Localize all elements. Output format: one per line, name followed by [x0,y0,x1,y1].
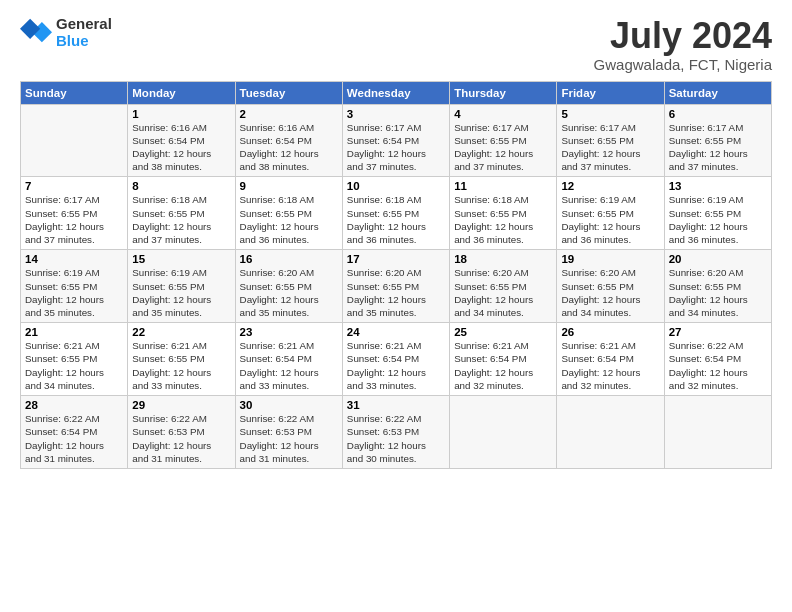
sunrise-label: Sunrise: 6:21 AM [454,340,529,351]
sunrise-label: Sunrise: 6:20 AM [347,267,422,278]
cell-info: Sunrise: 6:18 AMSunset: 6:55 PMDaylight:… [347,193,445,246]
day-number: 15 [132,253,230,265]
calendar-cell: 30Sunrise: 6:22 AMSunset: 6:53 PMDayligh… [235,396,342,469]
sunrise-label: Sunrise: 6:22 AM [132,413,207,424]
calendar-cell: 16Sunrise: 6:20 AMSunset: 6:55 PMDayligh… [235,250,342,323]
daylight-label: Daylight: 12 hours [240,367,319,378]
day-number: 26 [561,326,659,338]
sunset-label: Sunset: 6:55 PM [454,135,526,146]
sunrise-label: Sunrise: 6:20 AM [669,267,744,278]
daylight-label: Daylight: 12 hours [132,367,211,378]
day-number: 8 [132,180,230,192]
calendar-cell: 17Sunrise: 6:20 AMSunset: 6:55 PMDayligh… [342,250,449,323]
cell-info: Sunrise: 6:22 AMSunset: 6:53 PMDaylight:… [132,412,230,465]
col-header-sunday: Sunday [21,81,128,104]
cell-info: Sunrise: 6:17 AMSunset: 6:54 PMDaylight:… [347,121,445,174]
sunrise-label: Sunrise: 6:17 AM [454,122,529,133]
main-title: July 2024 [594,16,772,56]
sunrise-label: Sunrise: 6:20 AM [240,267,315,278]
day-number: 1 [132,108,230,120]
daylight-label: Daylight: 12 hours [347,440,426,451]
daylight-minutes: and 34 minutes. [561,307,631,318]
calendar-cell: 1Sunrise: 6:16 AMSunset: 6:54 PMDaylight… [128,104,235,177]
sunrise-label: Sunrise: 6:22 AM [240,413,315,424]
cell-info: Sunrise: 6:18 AMSunset: 6:55 PMDaylight:… [454,193,552,246]
daylight-label: Daylight: 12 hours [347,367,426,378]
calendar-cell: 20Sunrise: 6:20 AMSunset: 6:55 PMDayligh… [664,250,771,323]
daylight-minutes: and 36 minutes. [240,234,310,245]
cell-info: Sunrise: 6:20 AMSunset: 6:55 PMDaylight:… [561,266,659,319]
daylight-label: Daylight: 12 hours [669,294,748,305]
daylight-label: Daylight: 12 hours [454,221,533,232]
col-header-monday: Monday [128,81,235,104]
sunset-label: Sunset: 6:55 PM [454,281,526,292]
day-number: 19 [561,253,659,265]
week-row-4: 21Sunrise: 6:21 AMSunset: 6:55 PMDayligh… [21,323,772,396]
sunrise-label: Sunrise: 6:17 AM [347,122,422,133]
daylight-label: Daylight: 12 hours [240,294,319,305]
sunset-label: Sunset: 6:54 PM [240,353,312,364]
daylight-minutes: and 33 minutes. [347,380,417,391]
daylight-label: Daylight: 12 hours [561,221,640,232]
sunset-label: Sunset: 6:55 PM [669,208,741,219]
sunset-label: Sunset: 6:54 PM [347,135,419,146]
calendar-cell: 15Sunrise: 6:19 AMSunset: 6:55 PMDayligh… [128,250,235,323]
sunrise-label: Sunrise: 6:22 AM [347,413,422,424]
day-number: 24 [347,326,445,338]
sunrise-label: Sunrise: 6:21 AM [347,340,422,351]
week-row-5: 28Sunrise: 6:22 AMSunset: 6:54 PMDayligh… [21,396,772,469]
day-number: 31 [347,399,445,411]
day-number: 28 [25,399,123,411]
calendar-cell: 18Sunrise: 6:20 AMSunset: 6:55 PMDayligh… [450,250,557,323]
calendar-cell [21,104,128,177]
sunrise-label: Sunrise: 6:18 AM [240,194,315,205]
cell-info: Sunrise: 6:17 AMSunset: 6:55 PMDaylight:… [454,121,552,174]
daylight-label: Daylight: 12 hours [454,148,533,159]
sunrise-label: Sunrise: 6:19 AM [669,194,744,205]
daylight-minutes: and 34 minutes. [669,307,739,318]
day-number: 23 [240,326,338,338]
day-number: 9 [240,180,338,192]
sunrise-label: Sunrise: 6:17 AM [561,122,636,133]
sunrise-label: Sunrise: 6:16 AM [240,122,315,133]
week-row-1: 1Sunrise: 6:16 AMSunset: 6:54 PMDaylight… [21,104,772,177]
sunset-label: Sunset: 6:54 PM [25,426,97,437]
calendar-cell [450,396,557,469]
calendar-cell: 8Sunrise: 6:18 AMSunset: 6:55 PMDaylight… [128,177,235,250]
sunset-label: Sunset: 6:55 PM [561,135,633,146]
daylight-label: Daylight: 12 hours [132,294,211,305]
daylight-minutes: and 38 minutes. [240,161,310,172]
daylight-minutes: and 37 minutes. [347,161,417,172]
daylight-minutes: and 37 minutes. [669,161,739,172]
calendar-cell: 26Sunrise: 6:21 AMSunset: 6:54 PMDayligh… [557,323,664,396]
sunset-label: Sunset: 6:55 PM [347,208,419,219]
daylight-minutes: and 30 minutes. [347,453,417,464]
cell-info: Sunrise: 6:21 AMSunset: 6:54 PMDaylight:… [561,339,659,392]
sunset-label: Sunset: 6:53 PM [347,426,419,437]
daylight-minutes: and 31 minutes. [240,453,310,464]
cell-info: Sunrise: 6:21 AMSunset: 6:54 PMDaylight:… [347,339,445,392]
calendar-cell: 19Sunrise: 6:20 AMSunset: 6:55 PMDayligh… [557,250,664,323]
day-number: 6 [669,108,767,120]
daylight-label: Daylight: 12 hours [561,148,640,159]
sunrise-label: Sunrise: 6:19 AM [132,267,207,278]
calendar-cell: 22Sunrise: 6:21 AMSunset: 6:55 PMDayligh… [128,323,235,396]
cell-info: Sunrise: 6:16 AMSunset: 6:54 PMDaylight:… [132,121,230,174]
daylight-minutes: and 31 minutes. [25,453,95,464]
daylight-minutes: and 35 minutes. [132,307,202,318]
sunrise-label: Sunrise: 6:20 AM [454,267,529,278]
day-number: 5 [561,108,659,120]
calendar-cell [557,396,664,469]
daylight-minutes: and 38 minutes. [132,161,202,172]
cell-info: Sunrise: 6:20 AMSunset: 6:55 PMDaylight:… [347,266,445,319]
cell-info: Sunrise: 6:19 AMSunset: 6:55 PMDaylight:… [561,193,659,246]
sunrise-label: Sunrise: 6:22 AM [25,413,100,424]
calendar-cell: 27Sunrise: 6:22 AMSunset: 6:54 PMDayligh… [664,323,771,396]
calendar-cell [664,396,771,469]
cell-info: Sunrise: 6:18 AMSunset: 6:55 PMDaylight:… [132,193,230,246]
daylight-label: Daylight: 12 hours [240,148,319,159]
sunrise-label: Sunrise: 6:19 AM [561,194,636,205]
daylight-label: Daylight: 12 hours [561,294,640,305]
calendar-cell: 23Sunrise: 6:21 AMSunset: 6:54 PMDayligh… [235,323,342,396]
sunset-label: Sunset: 6:54 PM [347,353,419,364]
